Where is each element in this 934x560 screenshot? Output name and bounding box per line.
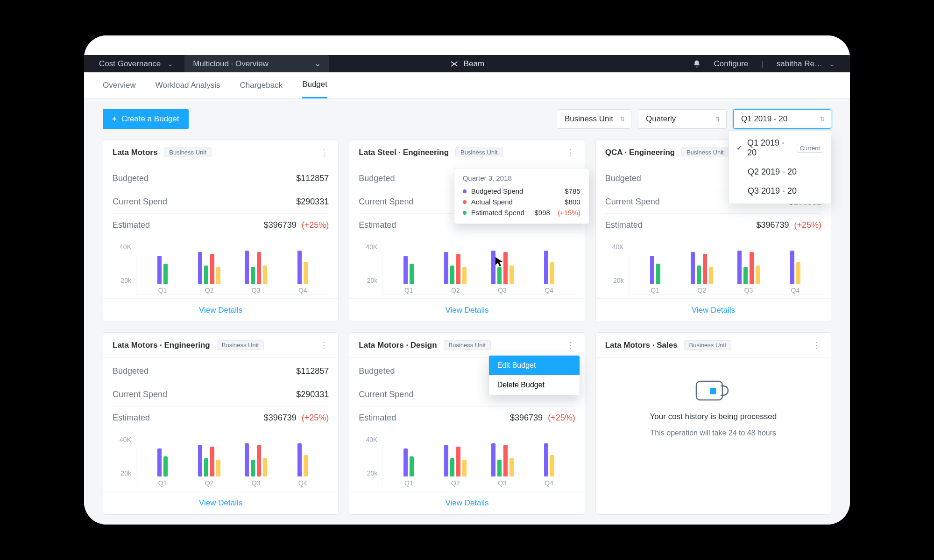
chevron-down-icon — [167, 59, 173, 69]
tab-overview[interactable]: Overview — [103, 73, 136, 98]
bar[interactable] — [163, 456, 168, 476]
view-details-link[interactable]: View Details — [445, 306, 488, 315]
y-tick: 20k — [113, 469, 131, 477]
bar[interactable] — [650, 256, 654, 284]
bar[interactable] — [796, 262, 800, 284]
bar[interactable] — [403, 256, 408, 284]
bar[interactable] — [691, 252, 695, 284]
tab-budget[interactable]: Budget — [302, 72, 327, 98]
edit-budget-item[interactable]: Edit Budget — [489, 356, 580, 375]
view-details-link[interactable]: View Details — [199, 498, 242, 507]
bar[interactable] — [550, 455, 554, 476]
bar[interactable] — [544, 443, 548, 476]
bar[interactable] — [297, 251, 302, 284]
bar[interactable] — [462, 267, 467, 284]
bar[interactable] — [263, 266, 267, 284]
view-details-link[interactable]: View Details — [445, 498, 488, 507]
bar[interactable] — [462, 460, 467, 476]
bar[interactable] — [497, 460, 502, 476]
business-unit-tag: Business Unit — [217, 340, 264, 350]
kebab-menu-icon[interactable]: ⋮ — [319, 152, 329, 154]
create-budget-button[interactable]: Create a Budget — [103, 109, 189, 129]
budget-card: Lata MotorsBusiness Unit⋮Budgeted$112857… — [103, 140, 339, 322]
metric-value: $290331 — [296, 197, 329, 207]
bar[interactable] — [737, 251, 742, 284]
svg-rect-0 — [710, 388, 716, 394]
bar[interactable] — [198, 252, 202, 284]
bar[interactable] — [703, 254, 707, 284]
bar[interactable] — [544, 251, 548, 284]
bar[interactable] — [450, 458, 454, 476]
bar[interactable] — [210, 254, 214, 284]
bar[interactable] — [743, 267, 748, 284]
bar[interactable] — [304, 262, 308, 284]
interval-select[interactable]: Quaterly ⇅ — [638, 109, 727, 129]
bar[interactable] — [509, 266, 514, 284]
nav-dropdown[interactable]: Cost Governance — [99, 59, 173, 69]
bar[interactable] — [210, 447, 214, 476]
bar[interactable] — [251, 267, 255, 284]
bar[interactable] — [204, 266, 208, 284]
bar[interactable] — [491, 443, 495, 476]
bar[interactable] — [257, 445, 261, 476]
user-name: sabitha Re… — [777, 59, 822, 69]
bar[interactable] — [157, 256, 162, 284]
quarterly-chart: 40K20kQ1Q2Q3Q4 — [349, 238, 584, 298]
kebab-menu-icon[interactable]: ⋮ — [566, 152, 575, 154]
bar[interactable] — [709, 267, 713, 284]
bar[interactable] — [216, 460, 220, 476]
bar[interactable] — [297, 443, 302, 476]
period-option[interactable]: Q1 2019 - 20Current — [729, 133, 831, 162]
configure-link[interactable]: Configure — [714, 59, 749, 69]
bar[interactable] — [790, 251, 794, 284]
delete-budget-item[interactable]: Delete Budget — [489, 375, 580, 395]
bar[interactable] — [456, 254, 460, 284]
bar[interactable] — [503, 252, 508, 284]
chevron-down-icon — [829, 59, 835, 69]
bar[interactable] — [697, 266, 701, 284]
kebab-menu-icon[interactable]: ⋮ — [812, 344, 821, 346]
view-details-link[interactable]: View Details — [199, 306, 242, 315]
bar[interactable] — [216, 267, 220, 284]
bar[interactable] — [503, 445, 508, 476]
view-details-link[interactable]: View Details — [692, 306, 735, 315]
bar[interactable] — [204, 458, 208, 476]
bar[interactable] — [756, 266, 760, 284]
period-select[interactable]: Q1 2019 - 20 ⇅ — [733, 109, 831, 129]
kebab-menu-icon[interactable]: ⋮ — [566, 344, 575, 346]
bar[interactable] — [444, 252, 448, 284]
bar[interactable] — [497, 267, 502, 284]
bar[interactable] — [257, 252, 261, 284]
bar[interactable] — [263, 458, 267, 476]
period-option-label: Q3 2019 - 20 — [748, 186, 797, 196]
bar[interactable] — [304, 455, 308, 476]
period-option[interactable]: Q3 2019 - 20 — [729, 182, 831, 201]
period-option[interactable]: Q2 2019 - 20 — [729, 162, 831, 182]
bar[interactable] — [509, 458, 514, 476]
bar[interactable] — [251, 460, 255, 476]
bar[interactable] — [491, 251, 495, 284]
x-tick: Q1 — [158, 479, 167, 487]
bar[interactable] — [245, 251, 249, 284]
bar[interactable] — [410, 264, 414, 284]
bar[interactable] — [450, 266, 454, 284]
metric-delta: (+25%) — [545, 413, 575, 422]
kebab-menu-icon[interactable]: ⋮ — [319, 344, 329, 346]
tab-chargeback[interactable]: Chargeback — [240, 73, 283, 98]
scope-select[interactable]: Multicloud · Overview ⌄ — [184, 55, 329, 72]
bar[interactable] — [410, 456, 414, 476]
bar[interactable] — [163, 264, 168, 284]
bar[interactable] — [245, 443, 249, 476]
bar[interactable] — [444, 445, 448, 476]
bar[interactable] — [403, 448, 408, 476]
bell-icon[interactable] — [693, 60, 701, 68]
tab-workload-analysis[interactable]: Workload Analysis — [156, 73, 220, 98]
bar[interactable] — [157, 448, 162, 476]
bar[interactable] — [550, 262, 554, 284]
bar[interactable] — [198, 445, 202, 476]
bar[interactable] — [750, 252, 754, 284]
bar[interactable] — [456, 447, 460, 476]
business-unit-select[interactable]: Business Unit ⇅ — [557, 109, 631, 129]
user-menu[interactable]: sabitha Re… — [777, 59, 835, 69]
bar[interactable] — [656, 264, 660, 284]
